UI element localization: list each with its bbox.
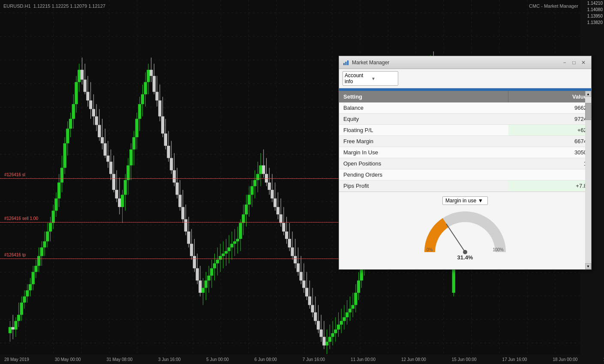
account-table: Setting Value Balance9662Equity9724Float… <box>339 91 591 192</box>
svg-rect-0 <box>343 63 345 65</box>
time-tick-0: 28 May 2019 <box>4 357 29 362</box>
time-tick-8: 12 Jun 08:00 <box>401 357 426 362</box>
svg-point-4 <box>463 250 467 254</box>
trade-line-sell-label: #126416 sell 1.00 <box>4 216 38 221</box>
titlebar-title: Market Manager <box>352 60 559 66</box>
price-tick-1: 1.14210 <box>580 0 604 6</box>
setting-cell: Equity <box>339 114 508 125</box>
time-axis: 28 May 2019 30 May 00:00 31 May 08:00 3 … <box>0 355 580 364</box>
gauge-svg <box>422 209 508 261</box>
close-button[interactable]: ✕ <box>579 58 588 67</box>
chart-cmc-label: CMC - Market Manager <box>529 3 578 9</box>
maximize-button[interactable]: □ <box>570 58 578 67</box>
account-info-dropdown[interactable]: Account info ▼ <box>343 71 398 86</box>
time-tick-11: 18 Jun 00:00 <box>553 357 577 362</box>
chart-type-dropdown[interactable]: Margin in use ▼ <box>442 196 488 205</box>
chart-dropdown-label: Margin in use <box>445 198 476 204</box>
table-row: Pending Orders- <box>339 169 591 180</box>
scroll-thumb[interactable] <box>585 103 591 120</box>
table-row: Margin In Use3050 <box>339 147 591 158</box>
toolbar: Account info ▼ <box>339 69 591 88</box>
time-tick-7: 11 Jun 00:00 <box>351 357 376 362</box>
table-row: Pips Profit+7.8 <box>339 180 591 192</box>
chart-symbol-label: EURUSD.H1 1.12215 1.12225 1.12079 1.1212… <box>3 3 105 9</box>
time-tick-2: 31 May 08:00 <box>106 357 132 362</box>
value-cell: 9724 <box>508 114 591 125</box>
time-tick-5: 6 Jun 08:00 <box>255 357 277 362</box>
scrollbar[interactable]: ▲ ▼ <box>585 91 591 269</box>
setting-cell: Pips Profit <box>339 180 508 192</box>
setting-cell: Open Positions <box>339 158 508 169</box>
time-tick-4: 5 Jun 00:00 <box>206 357 228 362</box>
chart-dropdown-arrow-icon: ▼ <box>478 198 483 204</box>
dropdown-arrow-icon: ▼ <box>371 76 396 81</box>
titlebar-icon <box>343 59 349 66</box>
time-tick-1: 30 May 00:00 <box>55 357 81 362</box>
price-tick-2: 1.14080 <box>580 6 604 13</box>
gauge-chart: 0% 100% 31.4% <box>422 209 508 265</box>
trade-line-sl-label: #126416 sl <box>4 172 25 177</box>
time-tick-3: 3 Jun 16:00 <box>158 357 180 362</box>
dropdown-label: Account info <box>345 72 370 84</box>
table-row: Equity9724 <box>339 114 591 125</box>
trade-line-tp-label: #126416 tp <box>4 253 26 257</box>
table-row: Free Margin6674 <box>339 136 591 147</box>
time-tick-6: 7 Jun 16:00 <box>303 357 325 362</box>
svg-rect-2 <box>347 60 349 65</box>
table-row: Balance9662 <box>339 102 591 114</box>
setting-cell: Pending Orders <box>339 169 508 180</box>
value-cell: 6674 <box>508 136 591 147</box>
minimize-button[interactable]: − <box>560 58 569 67</box>
value-cell: - <box>508 169 591 180</box>
panel-content: Setting Value Balance9662Equity9724Float… <box>339 91 591 269</box>
value-cell: 1 <box>508 158 591 169</box>
time-tick-9: 15 Jun 00:00 <box>452 357 477 362</box>
price-tick-4: 1.13820 <box>580 19 604 26</box>
setting-cell: Floating P/L <box>339 125 508 136</box>
value-cell: 9662 <box>508 102 591 114</box>
scroll-down-button[interactable]: ▼ <box>585 263 591 269</box>
value-cell: 3050 <box>508 147 591 158</box>
gauge-label-right: 100% <box>493 247 504 252</box>
price-tick-3: 1.13950 <box>580 13 604 19</box>
time-tick-10: 17 Jun 16:00 <box>502 357 527 362</box>
scroll-up-button[interactable]: ▲ <box>585 91 591 97</box>
setting-cell: Margin In Use <box>339 147 508 158</box>
market-manager-panel: Market Manager − □ ✕ Account info ▼ Sett… <box>339 56 592 270</box>
panel-inner: Setting Value Balance9662Equity9724Float… <box>339 91 591 269</box>
table-row: Floating P/L+62 <box>339 125 591 136</box>
gauge-label-left: 0% <box>427 247 433 252</box>
col-header-value: Value <box>508 91 591 102</box>
svg-rect-1 <box>346 62 347 65</box>
col-header-setting: Setting <box>339 91 508 102</box>
titlebar[interactable]: Market Manager − □ ✕ <box>339 56 591 69</box>
setting-cell: Free Margin <box>339 136 508 147</box>
value-cell: +7.8 <box>508 180 591 192</box>
setting-cell: Balance <box>339 102 508 114</box>
gauge-percent-label: 31.4% <box>457 254 473 261</box>
gauge-panel: Margin in use ▼ <box>339 192 591 269</box>
value-cell: +62 <box>508 125 591 136</box>
table-row: Open Positions1 <box>339 158 591 169</box>
